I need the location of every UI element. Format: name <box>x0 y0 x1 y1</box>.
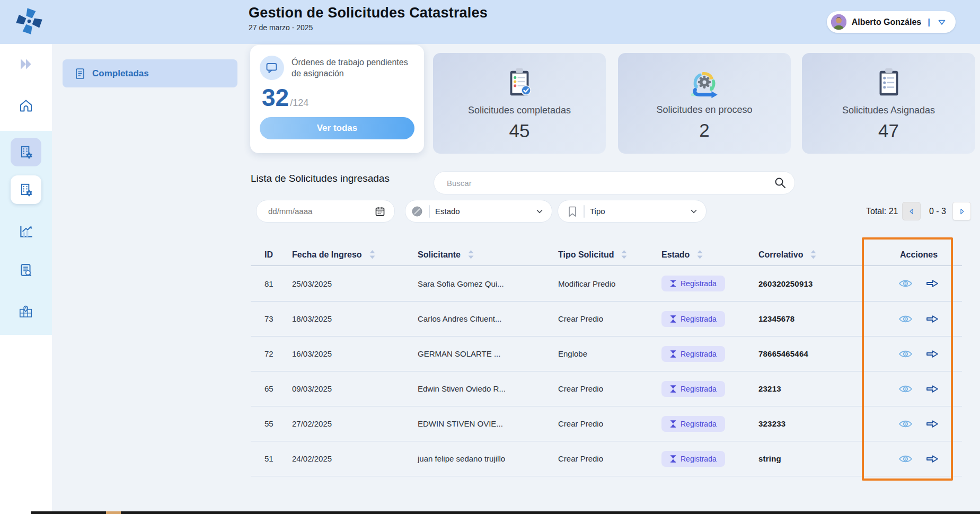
pending-orders-title: Órdenes de trabajo pendientes de asignac… <box>292 56 414 79</box>
forward-button[interactable] <box>924 348 940 360</box>
sidebar-collapse-button[interactable] <box>0 57 52 72</box>
building-gear-icon <box>18 144 34 160</box>
sort-icon <box>697 250 703 259</box>
cell-estado: Registrada <box>648 311 745 327</box>
sidebar-item-reports[interactable] <box>0 224 52 239</box>
table-row: 6509/03/2025Edwin Stiven Oviedo R...Crea… <box>251 371 962 406</box>
column-header-estado[interactable]: Estado <box>648 250 745 260</box>
sidebar-item-completadas[interactable]: Completadas <box>63 59 237 87</box>
view-button[interactable] <box>897 418 914 430</box>
search-icon[interactable] <box>773 176 787 190</box>
search-input[interactable] <box>447 179 773 188</box>
column-header-fecha-de-ingreso[interactable]: Fecha de Ingreso <box>278 250 404 260</box>
forward-button[interactable] <box>924 383 940 395</box>
column-header-id: ID <box>251 250 278 260</box>
forward-button[interactable] <box>924 453 940 465</box>
status-badge-label: Registrada <box>681 279 717 288</box>
main-content: Completadas Órdenes de trabajo pendiente… <box>52 44 980 514</box>
sort-icon <box>468 250 474 259</box>
table-body: 8125/03/2025Sara Sofia Gomez Qui...Modif… <box>251 266 962 476</box>
cell-id: 55 <box>251 419 278 428</box>
view-eye-icon <box>898 419 913 429</box>
column-header-label: ID <box>264 250 273 260</box>
map-pin-icon <box>17 304 34 320</box>
ver-todas-button[interactable]: Ver todas <box>260 117 414 139</box>
top-header-bar: Gestion de Solicitudes Catastrales 27 de… <box>0 0 980 44</box>
forward-arrow-icon <box>925 454 939 464</box>
column-header-label: Fecha de Ingreso <box>292 250 362 260</box>
search-bar[interactable] <box>434 171 795 194</box>
screen-bottom-edge <box>31 511 980 514</box>
clipboard-list-icon <box>872 66 905 102</box>
stat-card-asignadas[interactable]: Solicitudes Asignadas 47 <box>802 53 975 154</box>
forward-button[interactable] <box>924 277 940 290</box>
view-button[interactable] <box>897 277 914 290</box>
tipo-filter-label: Tipo <box>590 207 684 216</box>
document-search-icon <box>19 263 33 278</box>
view-eye-icon <box>898 278 913 289</box>
stat-card-completadas[interactable]: Solicitudes completadas 45 <box>433 53 606 154</box>
sort-icon <box>621 250 627 259</box>
stat-label: Solicitudes en proceso <box>656 104 752 116</box>
completadas-label: Completadas <box>92 68 149 79</box>
column-header-label: Correlativo <box>758 250 803 260</box>
pending-orders-value: 32 <box>262 85 289 110</box>
column-header-tipo-solicitud[interactable]: Tipo Solicitud <box>544 250 648 260</box>
hourglass-icon <box>670 455 676 463</box>
forward-arrow-icon <box>925 314 939 324</box>
app-window: Gestion de Solicitudes Catastrales 27 de… <box>0 0 980 514</box>
speech-bubble-icon <box>260 56 284 80</box>
cell-tipo: Englobe <box>544 349 648 358</box>
cell-correlativo: string <box>745 454 876 463</box>
pagination-next-button[interactable] <box>952 202 971 220</box>
view-button[interactable] <box>897 453 914 465</box>
view-button[interactable] <box>897 313 914 325</box>
cell-estado: Registrada <box>648 276 745 291</box>
cell-fecha: 16/03/2025 <box>278 349 404 358</box>
user-menu[interactable]: Alberto Gonzáles | <box>827 11 956 33</box>
sidebar-item-solicitudes-active[interactable] <box>0 138 52 166</box>
sidebar-item-solicitudes-2[interactable] <box>0 175 52 204</box>
cell-id: 81 <box>251 279 278 288</box>
estado-filter-select[interactable]: Estado <box>405 200 552 223</box>
cell-acciones <box>876 383 962 395</box>
table-row: 7318/03/2025Carlos Andres Cifuent...Crea… <box>251 301 962 336</box>
sidebar-item-map[interactable] <box>0 304 52 320</box>
user-separator: | <box>928 17 930 28</box>
cell-tipo: Crear Predio <box>544 419 648 428</box>
status-badge: Registrada <box>661 416 725 432</box>
cell-solicitante: Sara Sofia Gomez Qui... <box>404 279 544 288</box>
cell-estado: Registrada <box>648 416 745 432</box>
screen-bottom-edge-segment <box>106 511 121 514</box>
chevron-down-icon <box>535 207 544 216</box>
cell-solicitante: EDWIN STIVEN OVIE... <box>404 419 544 428</box>
cell-correlativo: 260320250913 <box>745 279 876 288</box>
forward-arrow-icon <box>925 419 939 429</box>
column-header-acciones: Acciones <box>876 250 962 260</box>
view-button[interactable] <box>897 348 914 360</box>
view-button[interactable] <box>897 383 914 395</box>
hourglass-icon <box>670 420 676 428</box>
bookmark-icon <box>567 205 578 218</box>
cell-correlativo: 78665465464 <box>745 349 876 358</box>
pagination-prev-button[interactable] <box>902 202 921 220</box>
forward-button[interactable] <box>924 418 940 430</box>
column-header-solicitante[interactable]: Solicitante <box>404 250 544 260</box>
column-header-label: Tipo Solicitud <box>558 250 614 260</box>
column-header-correlativo[interactable]: Correlativo <box>745 250 876 260</box>
calendar-icon[interactable] <box>374 206 386 217</box>
stat-label: Solicitudes Asignadas <box>842 105 935 116</box>
stat-value: 47 <box>878 120 899 141</box>
forward-button[interactable] <box>924 313 940 325</box>
view-eye-icon <box>898 384 913 394</box>
cell-acciones <box>876 313 962 325</box>
date-input[interactable] <box>268 207 374 216</box>
sidebar-item-home[interactable] <box>0 98 52 113</box>
view-eye-icon <box>898 349 913 359</box>
cell-id: 73 <box>251 314 278 323</box>
sidebar-item-document-search[interactable] <box>0 263 52 278</box>
cell-tipo: Crear Predio <box>544 314 648 323</box>
stat-card-en-proceso[interactable]: Solicitudes en proceso 2 <box>618 53 791 154</box>
tipo-filter-select[interactable]: Tipo <box>558 200 707 223</box>
date-filter[interactable] <box>256 200 395 223</box>
